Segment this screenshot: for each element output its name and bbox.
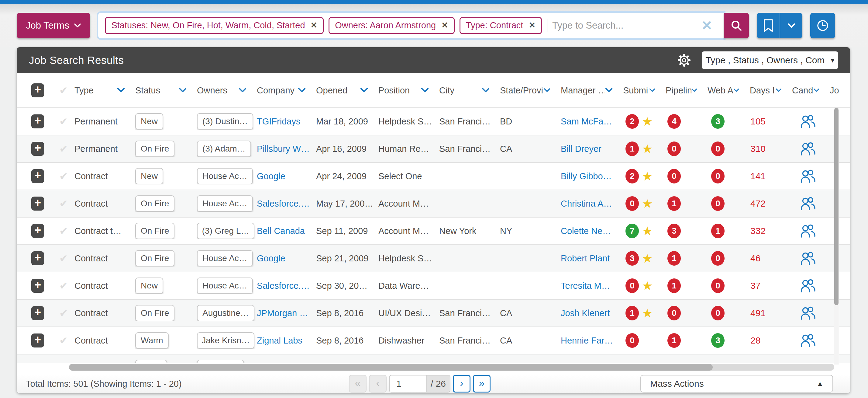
- candidates-people-icon[interactable]: [801, 114, 816, 129]
- expand-all-button[interactable]: +: [31, 83, 44, 97]
- column-header-manager[interactable]: Manager …: [561, 86, 623, 95]
- select-row-cell[interactable]: ✔: [44, 334, 74, 347]
- column-header-pipelin[interactable]: Pipelin…: [665, 86, 708, 95]
- web-badge[interactable]: 0: [711, 251, 724, 266]
- column-header-opened[interactable]: Opened: [316, 86, 378, 95]
- horizontal-scrollbar-thumb[interactable]: [69, 364, 713, 371]
- column-header-position[interactable]: Position: [378, 86, 439, 95]
- column-header-submi[interactable]: Submi…: [623, 86, 665, 95]
- remove-chip-icon[interactable]: ✕: [441, 21, 448, 30]
- owners-chip[interactable]: Jake Krisn…: [197, 332, 254, 349]
- last-page-button[interactable]: »: [473, 375, 491, 393]
- select-row-cell[interactable]: ✔: [44, 115, 74, 127]
- submissions-badge[interactable]: 0: [625, 278, 639, 293]
- select-row-cell[interactable]: ✔: [44, 170, 74, 182]
- sort-chevron-icon[interactable]: [733, 88, 739, 93]
- candidates-people-icon[interactable]: [801, 306, 816, 320]
- sort-chevron-icon[interactable]: [544, 88, 550, 93]
- pipeline-badge[interactable]: 0: [668, 169, 681, 183]
- owners-chip[interactable]: (3) Greg L…: [197, 223, 254, 239]
- owners-chip[interactable]: House Ac…: [197, 278, 253, 294]
- settings-gear-icon[interactable]: [677, 53, 691, 67]
- web-badge[interactable]: 0: [711, 306, 724, 320]
- web-badge[interactable]: 0: [711, 278, 724, 293]
- column-header-web-a[interactable]: Web A…: [708, 86, 750, 95]
- sort-chevron-icon[interactable]: [691, 88, 697, 93]
- manager-link[interactable]: Robert Plant: [561, 253, 610, 263]
- remove-chip-icon[interactable]: ✕: [529, 21, 535, 30]
- pipeline-badge[interactable]: 1: [668, 333, 681, 348]
- candidates-people-icon[interactable]: [801, 224, 816, 238]
- sort-chevron-icon[interactable]: [605, 88, 613, 93]
- mass-actions-dropdown[interactable]: Mass Actions ▲: [640, 375, 833, 393]
- web-badge[interactable]: 0: [711, 141, 724, 156]
- bookmark-button[interactable]: [757, 13, 780, 38]
- search-input[interactable]: Statuses: New, On Fire, Hot, Warm, Cold,…: [98, 13, 724, 38]
- company-link[interactable]: Pillsbury W…: [257, 144, 310, 154]
- select-all-cell[interactable]: ✔: [44, 84, 74, 96]
- bookmark-dropdown-button[interactable]: [780, 13, 802, 38]
- sort-chevron-icon[interactable]: [814, 88, 819, 93]
- manager-link[interactable]: Christina A…: [561, 199, 612, 208]
- submissions-badge[interactable]: 3: [625, 251, 639, 266]
- expand-row-button[interactable]: +: [31, 114, 44, 129]
- company-link[interactable]: TGIFridays: [257, 117, 300, 126]
- manager-link[interactable]: Bill Dreyer: [561, 144, 601, 154]
- pipeline-badge[interactable]: 1: [668, 251, 681, 266]
- sort-chevron-icon[interactable]: [117, 88, 125, 93]
- status-chip[interactable]: On Fire: [135, 250, 175, 266]
- select-row-cell[interactable]: ✔: [44, 197, 74, 210]
- vertical-scrollbar-thumb[interactable]: [834, 108, 839, 305]
- column-header-owners[interactable]: Owners: [197, 86, 257, 95]
- manager-link[interactable]: Colette Ne…: [561, 226, 611, 236]
- web-badge[interactable]: 0: [711, 169, 724, 183]
- status-chip[interactable]: On Fire: [135, 195, 175, 212]
- expand-row-button[interactable]: +: [31, 306, 44, 320]
- column-header-city[interactable]: City: [439, 86, 500, 95]
- candidates-people-icon[interactable]: [801, 169, 816, 183]
- select-row-cell[interactable]: ✔: [44, 307, 74, 319]
- vertical-scrollbar[interactable]: [834, 108, 839, 365]
- columns-dropdown[interactable]: Type , Status , Owners , Com ▾: [702, 51, 838, 69]
- web-badge[interactable]: 1: [711, 224, 724, 238]
- expand-row-button[interactable]: +: [31, 224, 44, 238]
- company-link[interactable]: Salesforce.…: [257, 281, 310, 291]
- owners-chip[interactable]: House Ac…: [197, 168, 253, 184]
- pipeline-badge[interactable]: 0: [668, 306, 681, 320]
- submissions-badge[interactable]: 0: [625, 333, 639, 348]
- manager-link[interactable]: Josh Klenert: [561, 308, 610, 318]
- company-link[interactable]: Salesforce.…: [257, 199, 310, 208]
- column-header-status[interactable]: Status: [135, 86, 197, 95]
- select-row-cell[interactable]: ✔: [44, 252, 74, 264]
- expand-row-button[interactable]: +: [31, 142, 44, 156]
- select-row-cell[interactable]: ✔: [44, 143, 74, 155]
- remove-chip-icon[interactable]: ✕: [311, 21, 318, 30]
- owners-chip[interactable]: Augustine…: [197, 305, 254, 321]
- filter-chip-owners[interactable]: Owners: Aaron Armstrong ✕: [329, 17, 455, 34]
- owners-chip[interactable]: House Ac…: [197, 250, 253, 266]
- company-link[interactable]: Google: [257, 171, 285, 181]
- sort-chevron-icon[interactable]: [482, 88, 490, 93]
- pipeline-badge[interactable]: 1: [668, 196, 681, 211]
- candidates-people-icon[interactable]: [801, 142, 816, 156]
- sort-chevron-icon[interactable]: [360, 88, 368, 93]
- column-header-company[interactable]: Company: [257, 86, 316, 95]
- company-link[interactable]: Google: [257, 253, 285, 263]
- job-terms-button[interactable]: Job Terms: [17, 13, 90, 38]
- filter-chip-statuses[interactable]: Statuses: New, On Fire, Hot, Warm, Cold,…: [105, 17, 324, 34]
- history-button[interactable]: [810, 13, 835, 38]
- web-badge[interactable]: 3: [711, 333, 724, 348]
- web-badge[interactable]: 3: [711, 114, 724, 129]
- company-link[interactable]: Zignal Labs: [257, 336, 302, 345]
- sort-chevron-icon[interactable]: [776, 88, 782, 93]
- owners-chip[interactable]: House Ac…: [197, 195, 253, 212]
- web-badge[interactable]: 0: [711, 196, 724, 211]
- submissions-badge[interactable]: 1: [625, 141, 639, 156]
- filter-chip-type[interactable]: Type: Contract ✕: [460, 17, 542, 34]
- select-row-cell[interactable]: ✔: [44, 280, 74, 292]
- expand-row-button[interactable]: +: [31, 197, 44, 210]
- pipeline-badge[interactable]: 1: [668, 278, 681, 293]
- manager-link[interactable]: Billy Gibbo…: [561, 171, 612, 181]
- owners-chip[interactable]: [197, 360, 244, 363]
- candidates-people-icon[interactable]: [801, 197, 816, 210]
